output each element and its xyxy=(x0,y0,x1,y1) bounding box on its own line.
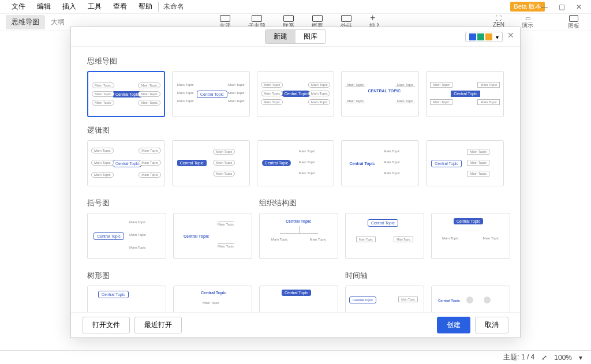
template-logic-5[interactable]: Central Topic Main Topic Main Topic Main… xyxy=(426,140,504,186)
zoom-dropdown-icon[interactable]: ▾ xyxy=(579,354,582,362)
section-tree: 树形图 xyxy=(87,271,338,281)
cancel-button[interactable]: 取消 xyxy=(475,317,508,333)
color-swatch-2 xyxy=(477,33,484,40)
menu-tools[interactable]: 工具 xyxy=(82,2,107,12)
menu-help[interactable]: 帮助 xyxy=(133,2,158,12)
template-bracket-1[interactable]: Central Topic Main Topic Main Topic Main… xyxy=(87,213,166,259)
template-mindmap-5[interactable]: Central Topic Main Topic Main Topic Main… xyxy=(426,71,504,117)
create-button[interactable]: 创建 xyxy=(437,317,470,333)
template-timeline-2[interactable]: Central Topic xyxy=(431,286,510,312)
template-logic-1[interactable]: Central Topic Main Topic Main Topic Main… xyxy=(87,140,165,186)
color-swatch-1 xyxy=(469,33,476,40)
new-document-modal: 新建 图库 ▾ ✕ 思维导图 Central Topic Main Topic … xyxy=(70,27,521,338)
open-file-button[interactable]: 打开文件 xyxy=(83,317,130,333)
template-org-2[interactable]: Central Topic Main Topic Main Topic xyxy=(345,213,424,259)
recent-button[interactable]: 最近打开 xyxy=(134,317,182,333)
template-logic-2[interactable]: Central Topic Main Topic Main Topic Main… xyxy=(172,140,250,186)
modal-header: 新建 图库 ▾ ✕ xyxy=(71,27,520,47)
modal-backdrop: 新建 图库 ▾ ✕ 思维导图 Central Topic Main Topic … xyxy=(0,16,591,364)
color-selector[interactable]: ▾ xyxy=(465,32,503,42)
menu-edit[interactable]: 编辑 xyxy=(31,2,57,12)
template-org-1[interactable]: Central Topic Main Topic Main Topic xyxy=(259,213,338,259)
template-logic-3[interactable]: Central Topic Main Topic Main Topic Main… xyxy=(257,140,335,186)
menubar: 文件 编辑 插入 工具 查看 帮助 未命名 xyxy=(0,0,591,14)
chevron-down-icon: ▾ xyxy=(496,34,499,40)
close-window-button[interactable]: ✕ xyxy=(570,3,588,11)
section-logic: 逻辑图 xyxy=(87,125,504,136)
template-mindmap-4[interactable]: CENTRAL TOPIC Main Topic Main Topic Main… xyxy=(341,71,419,117)
zoom-level[interactable]: 100% xyxy=(554,354,572,362)
section-mindmap: 思维导图 xyxy=(87,56,504,66)
menu-file[interactable]: 文件 xyxy=(6,2,31,12)
status-bar: 主题: 1 / 4 ⤢ 100% ▾ xyxy=(0,350,591,364)
menu-insert[interactable]: 插入 xyxy=(57,2,82,12)
modal-footer: 打开文件 最近打开 创建 取消 xyxy=(71,312,520,337)
template-mindmap-2[interactable]: Central Topic Main Topic Main Topic Main… xyxy=(172,71,250,117)
section-bracket: 括号图 xyxy=(87,198,252,208)
section-org: 组织结构图 xyxy=(259,198,510,208)
color-swatch-3 xyxy=(485,33,492,40)
expand-icon[interactable]: ⤢ xyxy=(541,354,547,362)
status-topics: 主题: 1 / 4 xyxy=(503,352,534,362)
template-tree-3[interactable]: Central Topic xyxy=(259,286,338,312)
modal-tab-library[interactable]: 图库 xyxy=(296,30,326,43)
template-mindmap-3[interactable]: Central Topic Main Topic Main Topic Main… xyxy=(257,71,335,117)
modal-tabs: 新建 图库 xyxy=(265,29,326,44)
template-bracket-2[interactable]: Central Topic Main Topic Main Topic xyxy=(173,213,252,259)
minimize-button[interactable]: — xyxy=(536,3,553,11)
template-mindmap-1[interactable]: Central Topic Main Topic Main Topic Main… xyxy=(87,71,165,117)
modal-tab-new[interactable]: 新建 xyxy=(265,30,296,43)
section-timeline: 时间轴 xyxy=(345,271,510,281)
window-buttons: — ▢ ✕ xyxy=(536,0,588,14)
template-logic-4[interactable]: Central Topic Main Topic Main Topic Main… xyxy=(341,140,419,186)
maximize-button[interactable]: ▢ xyxy=(553,3,570,11)
menu-view[interactable]: 查看 xyxy=(107,2,133,12)
template-timeline-1[interactable]: Central Topic Main Topic xyxy=(345,286,424,312)
template-tree-1[interactable]: Central Topic xyxy=(87,286,166,312)
template-org-3[interactable]: Central Topic Main Topic Main Topic xyxy=(431,213,510,259)
modal-body: 思维导图 Central Topic Main Topic Main Topic… xyxy=(71,47,520,312)
template-tree-2[interactable]: Central Topic Main Topic xyxy=(173,286,252,312)
close-icon[interactable]: ✕ xyxy=(507,31,514,40)
document-title: 未命名 xyxy=(158,2,189,12)
